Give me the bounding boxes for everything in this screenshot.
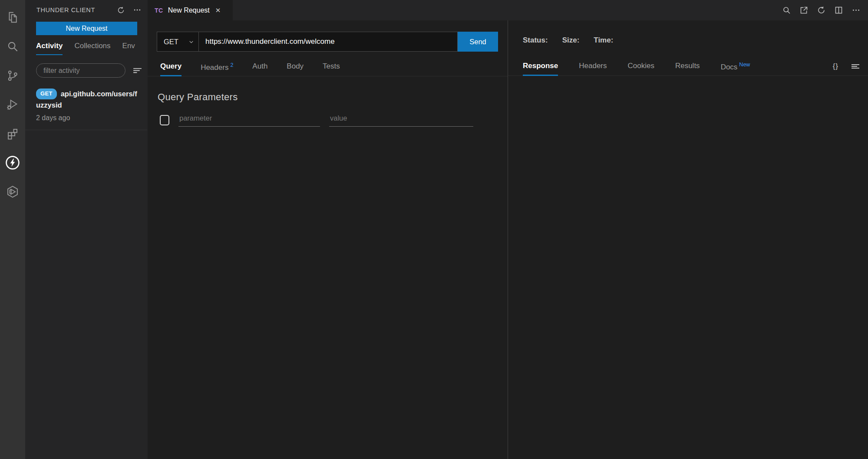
response-actions: {}: [833, 61, 861, 72]
filter-activity-input[interactable]: [36, 63, 125, 78]
tab-results[interactable]: Results: [675, 62, 700, 76]
new-request-button[interactable]: New Request: [36, 22, 137, 35]
thunder-client-logo: TC: [155, 7, 163, 14]
split-editor-icon[interactable]: [834, 6, 843, 15]
refresh-icon[interactable]: [117, 6, 125, 14]
open-external-icon[interactable]: [799, 6, 809, 15]
tab-response[interactable]: Response: [523, 62, 558, 76]
request-tabs: Query Headers2 Auth Body Tests: [148, 62, 508, 76]
activity-item-time: 2 days ago: [36, 114, 140, 122]
url-row: GET Send: [157, 32, 498, 52]
activity-bar: [0, 0, 25, 459]
hexagon-play-icon[interactable]: [0, 177, 25, 206]
request-panel: GET Send Query Headers2 Auth Body Tests: [148, 20, 508, 459]
run-debug-icon[interactable]: [0, 90, 25, 119]
query-parameters-title: Query Parameters: [158, 92, 508, 103]
sidebar-tab-env[interactable]: Env: [122, 42, 135, 55]
chevron-down-icon: [188, 39, 194, 45]
tab-cookies[interactable]: Cookies: [628, 62, 654, 76]
tab-headers[interactable]: Headers2: [201, 62, 233, 76]
tabbar-actions: [782, 0, 868, 20]
activity-list-item[interactable]: GETapi.github.com/users/fuzzysid 2 days …: [36, 88, 140, 130]
tab-auth[interactable]: Auth: [252, 62, 267, 76]
docs-new-badge: New: [739, 62, 750, 68]
thunder-client-icon[interactable]: [0, 148, 25, 177]
editor-area: TC New Request ✕: [148, 0, 868, 459]
param-checkbox[interactable]: [160, 115, 169, 125]
headers-count-badge: 2: [230, 62, 233, 68]
time-label: Time:: [594, 36, 613, 45]
response-tabs: Response Headers Cookies Results DocsNew…: [508, 62, 868, 76]
sidebar-tabs: Activity Collections Env: [25, 42, 148, 55]
vscode-window: THUNDER CLIENT New Request Activity Coll…: [0, 0, 868, 459]
sidebar-header: THUNDER CLIENT: [25, 0, 148, 14]
method-select[interactable]: GET: [157, 32, 199, 52]
size-label: Size:: [562, 36, 580, 45]
parameter-input[interactable]: [178, 111, 320, 127]
method-select-value: GET: [164, 38, 178, 46]
list-divider: [25, 130, 147, 130]
ellipsis-icon[interactable]: [851, 6, 861, 15]
extensions-icon[interactable]: [0, 119, 25, 148]
tab-docs[interactable]: DocsNew: [721, 62, 750, 76]
send-button[interactable]: Send: [458, 32, 498, 52]
editor-tab-new-request[interactable]: TC New Request ✕: [148, 0, 233, 20]
sidebar-title: THUNDER CLIENT: [36, 7, 109, 13]
search-icon[interactable]: [782, 6, 791, 15]
search-icon[interactable]: [0, 32, 25, 61]
close-icon[interactable]: ✕: [215, 7, 221, 14]
sidebar-tab-collections[interactable]: Collections: [74, 42, 110, 55]
value-input[interactable]: [329, 111, 473, 127]
refresh-icon[interactable]: [817, 6, 826, 15]
response-meta-row: Status: Size: Time:: [523, 36, 868, 45]
tab-body[interactable]: Body: [287, 62, 304, 76]
sidebar-tab-activity[interactable]: Activity: [36, 42, 63, 55]
thunder-sidebar: THUNDER CLIENT New Request Activity Coll…: [25, 0, 148, 459]
query-param-row: [160, 111, 508, 127]
ellipsis-icon[interactable]: [133, 6, 142, 14]
method-badge: GET: [36, 89, 57, 100]
editor-content: GET Send Query Headers2 Auth Body Tests: [148, 20, 868, 459]
tab-response-headers[interactable]: Headers: [579, 62, 607, 76]
explorer-icon[interactable]: [0, 3, 25, 32]
filter-row: [25, 63, 148, 78]
editor-tabbar: TC New Request ✕: [148, 0, 868, 20]
url-input[interactable]: [199, 32, 458, 52]
tab-query[interactable]: Query: [160, 62, 182, 76]
tab-tests[interactable]: Tests: [323, 62, 340, 76]
response-panel: Status: Size: Time: Response Headers Coo…: [508, 20, 868, 459]
filter-lines-icon[interactable]: [132, 65, 143, 76]
format-json-icon[interactable]: {}: [833, 62, 838, 71]
format-lines-icon[interactable]: [850, 61, 861, 72]
source-control-icon[interactable]: [0, 61, 25, 90]
status-label: Status:: [523, 36, 548, 45]
activity-item-url: GETapi.github.com/users/fuzzysid: [36, 88, 140, 111]
editor-tab-title: New Request: [168, 7, 210, 14]
